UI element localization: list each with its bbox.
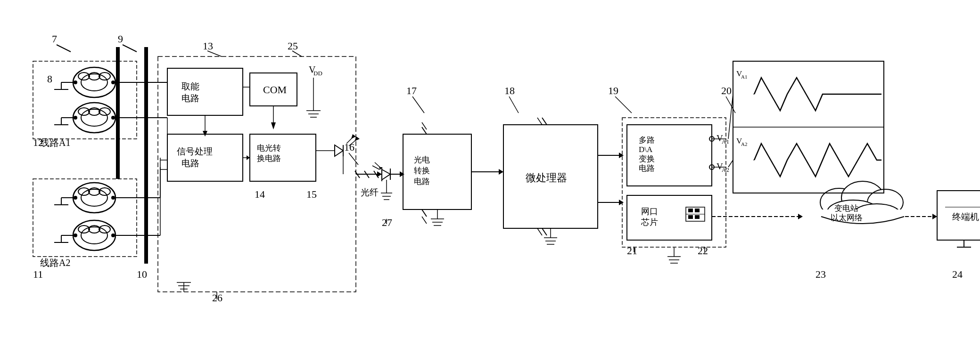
com-label: COM [263,84,287,96]
guangdianzhuanbox-label-2: 转换 [414,166,430,175]
xinhaochuli-label-2: 电路 [181,158,199,168]
svg-rect-140 [688,209,693,212]
label-20: 20 [721,85,732,97]
weichu-label: 微处理器 [526,172,567,184]
duolu-label-4: 电路 [639,164,655,173]
svg-marker-74 [247,155,250,160]
queneng-label-2: 电路 [181,93,199,103]
svg-marker-95 [382,169,390,180]
ct-a2-mid [54,220,146,250]
svg-line-123 [537,228,542,235]
svg-line-136 [726,97,735,113]
svg-line-165 [728,160,733,167]
wangkou-label-1: 网口 [641,207,658,216]
vdd-sub: DD [313,70,322,77]
label-19: 19 [608,85,618,97]
svg-marker-61 [271,122,276,129]
label-16: 16 [344,141,354,153]
label-11: 11 [33,268,43,280]
label-24: 24 [952,268,963,280]
svg-point-5 [81,74,107,91]
svg-rect-142 [688,215,693,219]
guangdianzhuanbox-label-3: 电路 [414,177,430,186]
svg-point-39 [81,227,107,244]
queneng-label-1: 取能 [181,81,199,91]
label-18: 18 [504,85,515,97]
svg-marker-125 [619,153,624,158]
guangxian-label: 光纤 [361,187,379,197]
svg-line-108 [412,97,424,113]
label-12: 12 [33,137,43,148]
ct-a1-top [54,67,146,97]
label-14: 14 [255,188,265,200]
svg-line-120 [542,118,547,125]
svg-line-3 [123,45,137,52]
svg-point-28 [81,189,107,206]
label-7: 7 [52,33,57,45]
svg-line-99 [372,166,379,169]
label-15: 15 [306,188,317,200]
guangdian-label-1: 电光转 [257,144,281,153]
va2-wave-sub: A2 [741,141,747,147]
svg-marker-66 [335,145,343,156]
label-13: 13 [203,40,213,52]
svg-line-2 [57,45,71,52]
svg-marker-147 [798,214,803,219]
svg-line-51 [207,51,222,56]
zhongduanji-label: 终端机 [952,212,979,222]
svg-line-115 [422,217,427,224]
svg-line-164 [728,94,733,139]
svg-rect-53 [167,68,243,115]
svg-rect-143 [695,215,700,219]
ct-a1-mid [54,103,146,133]
label-26: 26 [212,292,222,304]
wangkou-label-2: 芯片 [641,217,658,227]
svg-marker-111 [400,171,404,177]
guangdianzhuanbox-label-1: 光电 [414,155,430,164]
svg-line-118 [509,97,519,113]
svg-rect-50 [158,56,356,292]
svg-marker-71 [354,137,360,141]
svg-line-121 [542,228,547,235]
label-9: 9 [118,33,123,45]
label-17: 17 [406,85,417,97]
biandian-label-2: 以太网络 [831,213,863,222]
svg-line-93 [349,153,358,165]
line-a2-label: 线路A2 [40,257,70,268]
svg-rect-109 [403,134,471,209]
va1-wave-sub: A1 [741,74,747,80]
ct-a2-top [54,183,146,213]
svg-rect-62 [167,134,243,181]
label-10: 10 [137,268,147,280]
duolu-label-2: D\A [639,145,653,154]
svg-point-16 [81,109,107,126]
duolu-label-1: 多路 [639,136,655,145]
svg-rect-141 [695,209,700,212]
label-8: 8 [47,73,52,85]
label-25: 25 [288,40,298,52]
svg-marker-155 [932,214,937,219]
svg-line-113 [422,209,427,217]
diagram: 7 9 8 线路A1 [0,0,980,346]
label-22: 22 [698,245,708,257]
svg-line-122 [537,118,542,125]
label-27: 27 [382,217,392,228]
guangdian-label-2: 换电路 [257,154,281,163]
label-23: 23 [815,268,826,280]
duolu-label-3: 变换 [639,154,655,163]
svg-marker-117 [499,169,503,175]
svg-marker-127 [619,200,624,205]
xinhaochuli-label-1: 信号处理 [177,146,213,156]
svg-marker-69 [351,134,356,139]
label-21: 21 [627,245,637,257]
biandian-label-1: 变电站 [834,204,858,213]
svg-rect-49 [33,179,137,257]
svg-line-128 [615,97,632,113]
